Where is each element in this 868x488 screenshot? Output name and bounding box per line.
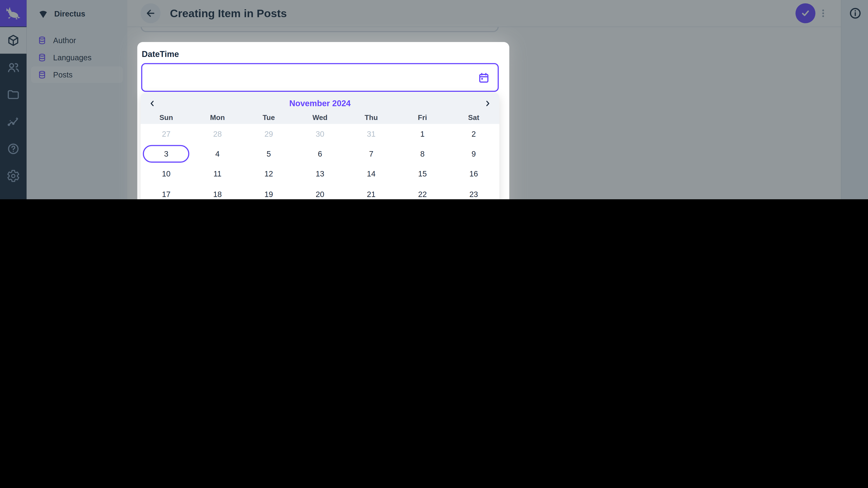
calendar-day[interactable]: 16: [448, 164, 499, 184]
datetime-input-wrap: [141, 63, 499, 92]
weekday-label: Tue: [243, 113, 294, 122]
calendar-header: November 2024 SunMonTueWedThuFriSat: [141, 93, 499, 124]
calendar-day[interactable]: 5: [243, 144, 294, 164]
calendar-day[interactable]: 10: [141, 164, 192, 184]
calendar-day[interactable]: 22: [397, 184, 448, 199]
calendar-day-selected[interactable]: 3: [141, 144, 192, 164]
datetime-field-label: DateTime: [142, 49, 179, 59]
calendar-day[interactable]: 2: [448, 124, 499, 144]
weekday-label: Mon: [192, 113, 243, 122]
calendar-dropdown: November 2024 SunMonTueWedThuFriSat 2728…: [141, 93, 499, 199]
calendar-day[interactable]: 18: [192, 184, 243, 199]
calendar-day[interactable]: 11: [192, 164, 243, 184]
calendar-day[interactable]: 12: [243, 164, 294, 184]
weekday-label: Fri: [397, 113, 448, 122]
calendar-day[interactable]: 31: [346, 124, 397, 144]
calendar-day[interactable]: 19: [243, 184, 294, 199]
calendar-grid: 2728293031123456789101112131415161718192…: [141, 124, 499, 199]
calendar-day[interactable]: 17: [141, 184, 192, 199]
chevron-left-icon: [148, 99, 157, 108]
app-window: Directus Author Languages Posts: [0, 0, 868, 199]
calendar-icon[interactable]: [477, 72, 490, 84]
calendar-day[interactable]: 27: [141, 124, 192, 144]
next-month-button[interactable]: [480, 96, 495, 111]
weekday-label: Wed: [294, 113, 346, 122]
calendar-day[interactable]: 21: [346, 184, 397, 199]
month-year-label[interactable]: November 2024: [141, 96, 499, 111]
calendar-day[interactable]: 6: [294, 144, 346, 164]
calendar-day[interactable]: 8: [397, 144, 448, 164]
calendar-day[interactable]: 13: [294, 164, 346, 184]
chevron-right-icon: [483, 99, 492, 108]
calendar-day[interactable]: 30: [294, 124, 346, 144]
calendar-day[interactable]: 23: [448, 184, 499, 199]
datetime-popup: DateTime November 2024 SunMonTueWedThuFr…: [137, 42, 509, 199]
calendar-day[interactable]: 29: [243, 124, 294, 144]
calendar-day[interactable]: 7: [346, 144, 397, 164]
calendar-day[interactable]: 9: [448, 144, 499, 164]
calendar-day[interactable]: 20: [294, 184, 346, 199]
weekday-row: SunMonTueWedThuFriSat: [141, 111, 499, 124]
calendar-day[interactable]: 28: [192, 124, 243, 144]
calendar-day[interactable]: 14: [346, 164, 397, 184]
calendar-day[interactable]: 4: [192, 144, 243, 164]
calendar-day[interactable]: 15: [397, 164, 448, 184]
datetime-input[interactable]: [150, 72, 490, 83]
calendar-day[interactable]: 1: [397, 124, 448, 144]
weekday-label: Thu: [346, 113, 397, 122]
weekday-label: Sun: [141, 113, 192, 122]
weekday-label: Sat: [448, 113, 499, 122]
previous-month-button[interactable]: [145, 96, 160, 111]
